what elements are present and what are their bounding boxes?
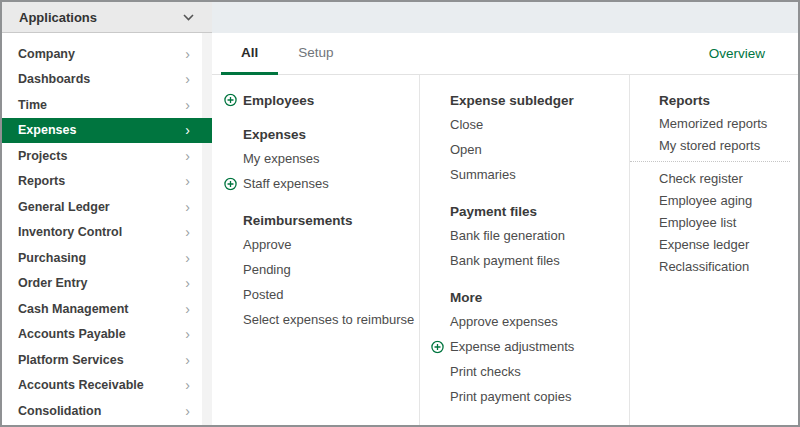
chevron-right-icon: › [185, 72, 190, 86]
applications-dropdown-label: Applications [19, 10, 97, 25]
tab-all[interactable]: All [221, 33, 278, 75]
menu-item-label: My expenses [243, 151, 320, 166]
menu-item-memorized-reports[interactable]: Memorized reports [659, 112, 790, 134]
menu-item-my-stored-reports[interactable]: My stored reports [659, 134, 790, 156]
menu-item-label: My stored reports [659, 138, 760, 153]
chevron-right-icon: › [185, 353, 190, 367]
menu-item-reclassification[interactable]: Reclassification [659, 255, 790, 277]
menu-item-my-expenses[interactable]: My expenses [243, 146, 419, 171]
sidebar-item-label: Reports [18, 174, 65, 188]
sidebar-item-consolidation[interactable]: Consolidation› [2, 398, 202, 424]
menu-section: Check registerEmployee agingEmployee lis… [659, 161, 790, 277]
menu-item-label: Print payment copies [450, 389, 571, 404]
sidebar-item-label: Consolidation [18, 404, 101, 418]
menu-item-approve-expenses[interactable]: Approve expenses [450, 309, 629, 334]
sidebar-item-label: Inventory Control [18, 225, 122, 239]
menu-item-approve[interactable]: Approve [243, 232, 419, 257]
sidebar-item-projects[interactable]: Projects› [2, 143, 202, 169]
menu-section-reimbursements: ReimbursementsApprovePendingPostedSelect… [243, 210, 419, 332]
menu-columns: EmployeesExpensesMy expensesStaff expens… [212, 75, 798, 425]
sidebar-item-label: Company [18, 47, 75, 61]
menu-item-select-expenses-to-reimburse[interactable]: Select expenses to reimburse [243, 307, 419, 332]
menu-item-check-register[interactable]: Check register [659, 167, 790, 189]
sidebar-item-label: Expenses [18, 123, 76, 137]
section-heading-expense-subledger: Expense subledger [450, 90, 629, 110]
menu-item-label: Bank payment files [450, 253, 560, 268]
menu-item-label: Select expenses to reimburse [243, 312, 414, 327]
section-heading-label: Reimbursements [243, 213, 353, 228]
sidebar-item-expenses[interactable]: Expenses› [2, 118, 212, 144]
chevron-right-icon: › [185, 327, 190, 341]
menu-section-more: MoreApprove expensesExpense adjustmentsP… [450, 287, 629, 409]
chevron-right-icon: › [185, 123, 190, 137]
sidebar-item-order-entry[interactable]: Order Entry› [2, 271, 202, 297]
section-heading-payment-files: Payment files [450, 201, 629, 221]
sidebar-item-label: Projects [18, 149, 67, 163]
sidebar-item-cash-management[interactable]: Cash Management› [2, 296, 202, 322]
chevron-right-icon: › [185, 47, 190, 61]
menu-item-label: Expense adjustments [450, 339, 574, 354]
sidebar: Applications Company›Dashboards›Time›Exp… [2, 2, 212, 425]
sidebar-item-time[interactable]: Time› [2, 92, 202, 118]
menu-item-print-checks[interactable]: Print checks [450, 359, 629, 384]
menu-item-label: Print checks [450, 364, 521, 379]
section-heading-label: Reports [659, 93, 710, 108]
sidebar-item-company[interactable]: Company› [2, 41, 202, 67]
menu-item-employee-list[interactable]: Employee list [659, 211, 790, 233]
sidebar-item-purchasing[interactable]: Purchasing› [2, 245, 202, 271]
menu-item-open[interactable]: Open [450, 137, 629, 162]
sidebar-item-label: Order Entry [18, 276, 87, 290]
chevron-right-icon: › [185, 98, 190, 112]
menu-section-expense-subledger: Expense subledgerCloseOpenSummaries [450, 90, 629, 187]
chevron-right-icon: › [185, 302, 190, 316]
section-heading-label: Expenses [243, 127, 306, 142]
sidebar-item-general-ledger[interactable]: General Ledger› [2, 194, 202, 220]
add-plus-icon[interactable] [431, 340, 444, 353]
section-heading-expenses: Expenses [243, 124, 419, 144]
menu-item-label: Close [450, 117, 483, 132]
menu-item-posted[interactable]: Posted [243, 282, 419, 307]
chevron-right-icon: › [185, 174, 190, 188]
menu-item-label: Reclassification [659, 259, 749, 274]
sidebar-item-accounts-receivable[interactable]: Accounts Receivable› [2, 373, 202, 399]
menu-section-expenses: ExpensesMy expensesStaff expenses [243, 124, 419, 196]
add-plus-icon[interactable] [224, 94, 237, 107]
menu-column-2: Expense subledgerCloseOpenSummariesPayme… [419, 75, 629, 425]
sidebar-item-reports[interactable]: Reports› [2, 169, 202, 195]
sidebar-item-label: Cash Management [18, 302, 128, 316]
overview-link[interactable]: Overview [709, 46, 765, 61]
chevron-down-icon [183, 14, 194, 21]
applications-dropdown[interactable]: Applications [2, 2, 212, 33]
menu-item-bank-file-generation[interactable]: Bank file generation [450, 223, 629, 248]
chevron-right-icon: › [185, 404, 190, 418]
menu-item-close[interactable]: Close [450, 112, 629, 137]
section-heading-label: Payment files [450, 204, 537, 219]
section-heading-more: More [450, 287, 629, 307]
menu-item-staff-expenses[interactable]: Staff expenses [243, 171, 419, 196]
menu-item-summaries[interactable]: Summaries [450, 162, 629, 187]
menu-item-label: Bank file generation [450, 228, 565, 243]
menu-item-expense-adjustments[interactable]: Expense adjustments [450, 334, 629, 359]
menu-item-print-payment-copies[interactable]: Print payment copies [450, 384, 629, 409]
menu-item-employee-aging[interactable]: Employee aging [659, 189, 790, 211]
chevron-right-icon: › [185, 378, 190, 392]
sidebar-item-platform-services[interactable]: Platform Services› [2, 347, 202, 373]
sidebar-item-accounts-payable[interactable]: Accounts Payable› [2, 322, 202, 348]
sidebar-item-inventory-control[interactable]: Inventory Control› [2, 220, 202, 246]
section-heading-label: Employees [243, 93, 314, 108]
add-plus-icon[interactable] [224, 177, 237, 190]
sidebar-item-label: Accounts Payable [18, 327, 126, 341]
menu-item-pending[interactable]: Pending [243, 257, 419, 282]
menu-item-expense-ledger[interactable]: Expense ledger [659, 233, 790, 255]
menu-section-employees: Employees [243, 90, 419, 110]
sidebar-item-label: Time [18, 98, 47, 112]
app-window: Applications Company›Dashboards›Time›Exp… [0, 0, 800, 427]
sidebar-item-label: General Ledger [18, 200, 110, 214]
section-heading-employees[interactable]: Employees [243, 90, 419, 110]
menu-item-bank-payment-files[interactable]: Bank payment files [450, 248, 629, 273]
section-heading-label: More [450, 290, 482, 305]
menu-item-label: Approve expenses [450, 314, 558, 329]
sidebar-item-dashboards[interactable]: Dashboards› [2, 67, 202, 93]
tab-setup[interactable]: Setup [278, 33, 353, 75]
sidebar-item-label: Dashboards [18, 72, 90, 86]
